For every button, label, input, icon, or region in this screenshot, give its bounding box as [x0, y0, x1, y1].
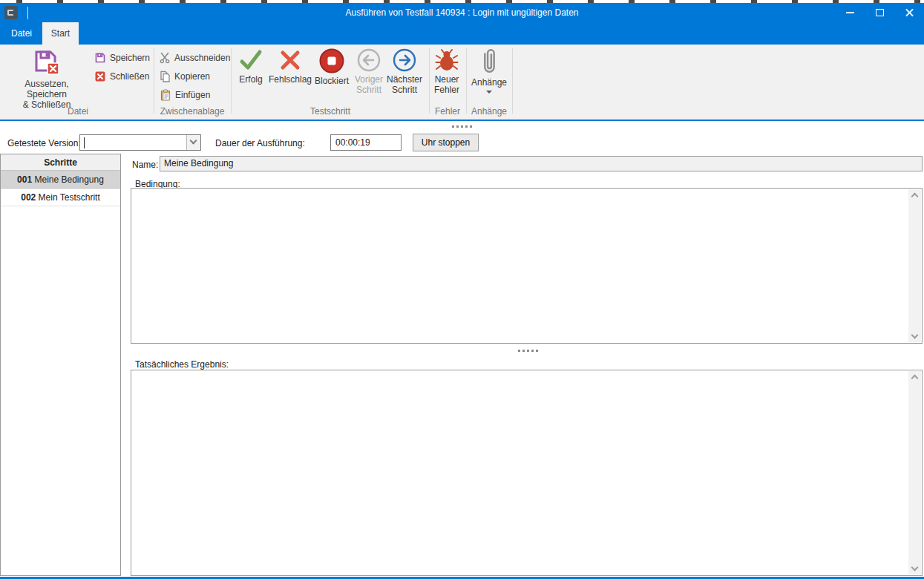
copy-label: Kopieren: [174, 71, 210, 82]
paperclip-icon: [479, 48, 499, 76]
close-testcase-button[interactable]: Schließen: [94, 70, 149, 82]
step-label: Meine Bedingung: [34, 174, 103, 185]
ribbon: Aussetzen, Speichern & Schließen Speiche…: [0, 45, 924, 121]
name-label: Name:: [132, 160, 158, 170]
copy-button[interactable]: Kopieren: [159, 70, 210, 82]
success-button[interactable]: Erfolg: [234, 46, 268, 85]
tested-version-label: Getestete Version:: [7, 138, 81, 148]
arrow-left-icon: [356, 48, 381, 73]
fail-label: Fehlschlag: [267, 74, 313, 85]
minimize-icon: [846, 12, 854, 13]
paste-icon: [160, 89, 171, 101]
scroll-up-icon[interactable]: [911, 193, 919, 200]
group-separator: [154, 48, 154, 114]
suspend-save-close-button[interactable]: Aussetzen, Speichern & Schließen: [6, 46, 88, 110]
stop-clock-button[interactable]: Uhr stoppen: [413, 134, 479, 151]
previous-step-button[interactable]: Voriger Schritt: [353, 46, 385, 95]
scissors-icon: [159, 52, 171, 64]
tested-version-combobox[interactable]: [79, 134, 201, 151]
suspend-save-close-label: Aussetzen, Speichern & Schließen: [6, 79, 88, 110]
save-label: Speichern: [110, 53, 150, 63]
step-number: 002: [21, 192, 36, 203]
actual-result-label: Tatsächliches Ergebnis:: [135, 359, 229, 370]
window-title: Ausführen von Testfall 140934 : Login mi…: [0, 3, 924, 22]
scroll-up-icon[interactable]: [911, 375, 919, 382]
minimize-button[interactable]: [835, 3, 865, 22]
name-field[interactable]: Meine Bedingung: [160, 156, 923, 171]
arrow-right-icon: [392, 48, 417, 73]
x-icon: [278, 48, 303, 73]
next-step-label: Nächster Schritt: [385, 74, 424, 95]
splitter-grip[interactable]: [452, 125, 472, 128]
group-label-zwischenablage: Zwischenablage: [144, 106, 240, 117]
group-separator: [429, 48, 430, 114]
check-icon: [238, 48, 263, 73]
close-testcase-label: Schließen: [110, 71, 149, 82]
condition-textarea[interactable]: [131, 188, 923, 344]
save-icon: [94, 52, 106, 64]
splitter-grip[interactable]: [518, 350, 538, 352]
paste-label: Einfügen: [175, 90, 210, 100]
copy-icon: [159, 71, 171, 82]
group-label-testschritt: Testschritt: [282, 106, 379, 117]
stop-icon: [318, 48, 345, 74]
scroll-down-icon[interactable]: [911, 564, 919, 572]
group-separator: [231, 48, 232, 114]
step-item-001[interactable]: 001 Meine Bedingung: [1, 171, 120, 189]
duration-field[interactable]: 00:00:19: [330, 134, 402, 151]
scrollbar[interactable]: [908, 189, 921, 342]
ribbon-tabs: Datei Start: [0, 22, 924, 45]
tab-datei[interactable]: Datei: [6, 22, 37, 45]
maximize-icon: [876, 9, 884, 16]
step-label: Mein Testschritt: [39, 192, 100, 203]
save-button[interactable]: Speichern: [94, 51, 150, 64]
previous-step-label: Voriger Schritt: [353, 74, 385, 95]
blocked-label: Blockiert: [312, 76, 352, 86]
attachments-button[interactable]: Anhänge: [469, 46, 509, 94]
dropdown-arrow-icon[interactable]: [486, 91, 492, 94]
paste-button[interactable]: Einfügen: [160, 88, 210, 101]
step-item-002[interactable]: 002 Mein Testschritt: [1, 189, 120, 206]
blocked-button[interactable]: Blockiert: [312, 46, 352, 86]
titlebar: Ausführen von Testfall 140934 : Login mi…: [0, 3, 924, 22]
combo-dropdown-button[interactable]: [186, 135, 200, 150]
scroll-down-icon[interactable]: [911, 332, 919, 339]
window: Ausführen von Testfall 140934 : Login mi…: [0, 0, 924, 579]
window-controls: [835, 3, 924, 22]
bug-icon: [434, 48, 459, 73]
fail-button[interactable]: Fehlschlag: [267, 46, 313, 85]
new-defect-button[interactable]: Neuer Fehler: [430, 46, 463, 95]
group-label-anhaenge: Anhänge: [441, 106, 537, 117]
close-icon: [905, 8, 914, 18]
new-defect-label: Neuer Fehler: [430, 74, 463, 95]
cut-label: Ausschneiden: [174, 53, 230, 63]
group-separator: [466, 48, 467, 114]
steps-panel: Schritte 001 Meine Bedingung 002 Mein Te…: [0, 154, 121, 576]
steps-header: Schritte: [1, 154, 120, 171]
maximize-button[interactable]: [865, 3, 894, 22]
next-step-button[interactable]: Nächster Schritt: [385, 46, 424, 95]
close-button[interactable]: [894, 3, 924, 22]
cut-button[interactable]: Ausschneiden: [159, 51, 230, 64]
close-red-icon: [94, 71, 106, 82]
duration-label: Dauer der Ausführung:: [215, 138, 305, 148]
success-label: Erfolg: [234, 74, 268, 85]
chevron-down-icon: [190, 137, 197, 145]
tab-start[interactable]: Start: [42, 22, 79, 45]
attachments-label: Anhänge: [469, 77, 509, 88]
actual-result-textarea[interactable]: [131, 370, 923, 576]
step-number: 001: [17, 174, 32, 185]
group-separator: [512, 48, 513, 114]
save-close-icon: [32, 48, 62, 77]
scrollbar[interactable]: [908, 371, 921, 575]
group-label-datei: Datei: [30, 106, 126, 117]
text-caret: [84, 137, 85, 148]
